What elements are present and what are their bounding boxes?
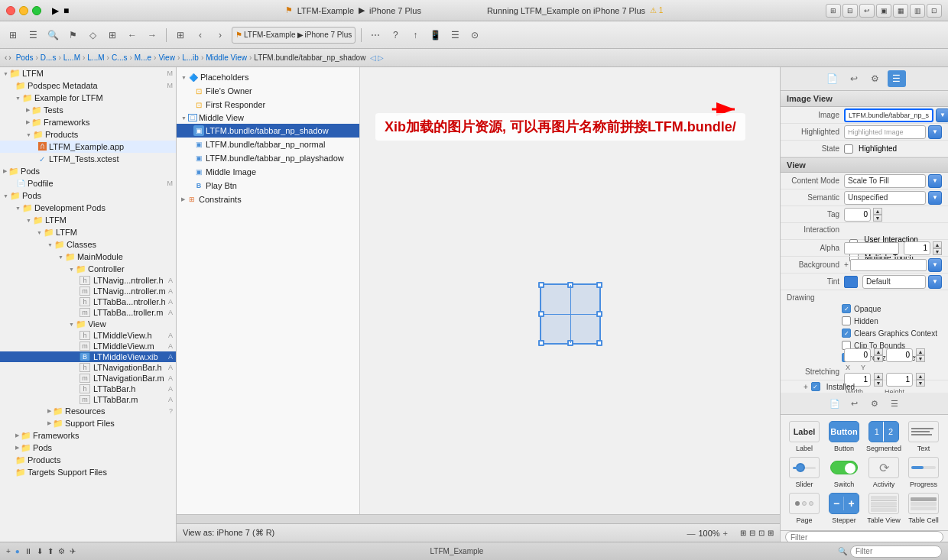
layout-btn-3[interactable]: ↩ <box>859 4 875 18</box>
resize-handle-t[interactable] <box>567 282 573 288</box>
scrollbar-h[interactable] <box>177 514 780 523</box>
canvas-element[interactable] <box>540 283 601 345</box>
bc-lib[interactable]: L...ib <box>182 53 199 62</box>
bc-pods[interactable]: Pods <box>16 53 34 62</box>
xib-item-middle-image[interactable]: ▣ Middle Image <box>177 165 359 179</box>
resize-handle-bl[interactable] <box>538 340 544 346</box>
sx-down[interactable]: ▼ <box>874 355 883 362</box>
tool-folders[interactable]: ⊞ <box>5 27 21 44</box>
obj-text[interactable]: Text <box>906 421 941 452</box>
layout-btn-7[interactable]: ⊡ <box>927 4 942 18</box>
sy-up[interactable]: ▲ <box>916 348 925 355</box>
sidebar-item-ltmid-m[interactable]: m LTMiddleView.m A <box>0 341 176 351</box>
obj-tableviewcell[interactable]: Table Cell <box>906 493 941 524</box>
obj-tab-arrow[interactable]: ↩ <box>846 396 863 411</box>
insp-semantic-dropdown[interactable]: ▼ <box>928 191 942 205</box>
insp-image-field[interactable]: LTFM.bundle/tabbar_np_s <box>844 108 933 122</box>
tool-share[interactable]: ↑ <box>407 27 424 44</box>
tool-nav-next[interactable]: › <box>212 27 229 44</box>
sidebar-item-fw2[interactable]: ▶ 📁 Frameworks <box>0 429 176 442</box>
sidebar-item-products2[interactable]: 📁 Products <box>0 454 176 466</box>
sidebar-item-ltnav-m[interactable]: m LTNavig...ntroller.m A <box>0 286 176 296</box>
stop-button[interactable]: ■ <box>63 5 69 16</box>
layout-btn-6[interactable]: ▥ <box>910 4 925 18</box>
tool-inspector[interactable]: ☰ <box>446 27 463 44</box>
layout-btn-2[interactable]: ⊟ <box>842 4 858 18</box>
maximize-button[interactable] <box>32 6 41 15</box>
obj-progress[interactable]: Progress <box>906 457 941 488</box>
insp-contentmode-field[interactable]: Scale To Fill <box>844 174 926 188</box>
status-btn-gear[interactable]: ⚙ <box>58 547 65 555</box>
sidebar-item-ltnav-bar-m[interactable]: m LTNavigationBar.m A <box>0 373 176 384</box>
insp-alpha-field[interactable]: 1 <box>904 241 930 255</box>
obj-activity[interactable]: ⟳ Activity <box>866 457 901 488</box>
canvas-btn-3[interactable]: ⊡ <box>758 529 765 537</box>
tool-grid[interactable]: ⊞ <box>104 27 121 44</box>
insp-tag-field[interactable]: 0 <box>844 208 871 222</box>
bc-me[interactable]: M...e <box>135 53 151 62</box>
close-button[interactable] <box>6 6 15 15</box>
status-btn-add[interactable]: + <box>6 547 11 555</box>
sidebar-item-podfile[interactable]: 📄 Podfile M <box>0 177 176 189</box>
sidebar-item-ltfm-app[interactable]: 🅰 LTFM_Example.app <box>0 141 176 153</box>
sidebar-item-tests[interactable]: ▶ 📁 Tests <box>0 104 176 116</box>
xib-item-ltfm-normal[interactable]: ▣ LTFM.bundle/tabbar_np_normal <box>177 138 359 151</box>
sidebar-item-pods3[interactable]: ▶ 📁 Pods <box>0 442 176 454</box>
sidebar-item-ltmid-h[interactable]: h LTMiddleView.h A <box>0 330 176 341</box>
resize-handle-tl[interactable] <box>538 282 544 288</box>
insp-semantic-field[interactable]: Unspecified <box>844 191 926 205</box>
tag-step-down[interactable]: ▼ <box>873 215 882 222</box>
layout-btn-4[interactable]: ▣ <box>876 4 891 18</box>
obj-tableview[interactable]: Table View <box>866 493 901 524</box>
insp-hidden-checkbox[interactable] <box>842 316 851 325</box>
tool-list[interactable]: ☰ <box>24 27 41 44</box>
bc-lm2[interactable]: L...M <box>87 53 104 62</box>
tool-back[interactable]: ← <box>124 27 141 44</box>
alpha-up[interactable]: ▲ <box>933 241 942 248</box>
canvas-btn-4[interactable]: ⊞ <box>768 529 774 537</box>
insp-installed-plus[interactable]: + <box>804 383 808 391</box>
stretch-x-stepper[interactable]: ▲ ▼ <box>874 348 883 362</box>
tool-device-icon[interactable]: 📱 <box>427 27 443 44</box>
bc-prev[interactable]: ‹ <box>5 53 7 62</box>
insp-tab-arrow[interactable]: ↩ <box>845 70 863 87</box>
insp-image-dropdown[interactable]: ▼ <box>936 108 948 122</box>
sidebar-item-products[interactable]: ▼ 📁 Products <box>0 128 176 141</box>
obj-slider[interactable]: Slider <box>787 457 822 488</box>
obj-label[interactable]: Label Label <box>787 421 822 452</box>
xib-item-ltfm-play[interactable]: ▣ LTFM.bundle/tabbar_np_playshadow <box>177 151 359 165</box>
obj-page[interactable]: Page <box>787 493 822 524</box>
insp-highlighted-field[interactable]: Highlighted Image <box>844 125 926 139</box>
xib-item-constraints[interactable]: ▶ ⊞ Constraints <box>177 193 359 206</box>
obj-segmented[interactable]: 12 Segmented <box>866 421 901 452</box>
sidebar-item-targets-support[interactable]: 📁 Targets Support Files <box>0 466 176 478</box>
tool-dots[interactable]: ⋯ <box>367 27 384 44</box>
tool-search[interactable]: 🔍 <box>44 27 61 44</box>
insp-tab-gear[interactable]: ⚙ <box>866 70 885 87</box>
insp-clearsgraphics-checkbox[interactable]: ✓ <box>842 329 851 338</box>
tool-diamond[interactable]: ◇ <box>84 27 101 44</box>
obj-switch[interactable]: Switch <box>826 457 862 488</box>
sidebar-item-ltnav-h[interactable]: h LTNavig...ntroller.h A <box>0 275 176 286</box>
resize-handle-tr[interactable] <box>596 282 602 288</box>
status-btn-up[interactable]: ⬆ <box>47 547 54 555</box>
sx-up[interactable]: ▲ <box>874 348 883 355</box>
sidebar-item-ltnav-bar-h[interactable]: h LTNavigationBar.h A <box>0 362 176 373</box>
bc-view[interactable]: View <box>158 53 175 62</box>
sidebar-item-pods1[interactable]: ▶ 📁 Pods <box>0 165 176 177</box>
canvas-btn-2[interactable]: ⊟ <box>749 529 755 537</box>
layout-btn-5[interactable]: ▦ <box>893 4 908 18</box>
bc-flag1[interactable]: ◁ <box>370 53 376 62</box>
status-btn-pause[interactable]: ⏸ <box>24 547 32 555</box>
sidebar-item-devpods[interactable]: ▼ 📁 Development Pods <box>0 202 176 214</box>
sidebar-item-example[interactable]: ▼ 📁 Example for LTFM <box>0 92 176 104</box>
tool-question[interactable]: ? <box>387 27 404 44</box>
sidebar-item-lttabba-h[interactable]: h LTTabBa...ntroller.h A <box>0 296 176 307</box>
run-button[interactable]: ▶ <box>52 5 59 16</box>
sidebar-item-lttab-h[interactable]: h LTTabBar.h A <box>0 384 176 394</box>
minimize-button[interactable] <box>19 6 28 15</box>
tag-step-up[interactable]: ▲ <box>873 208 882 215</box>
zoom-out-btn[interactable]: — <box>687 529 695 538</box>
xib-item-ltfm-shadow[interactable]: ▣ LTFM.bundle/tabbar_np_shadow <box>177 124 359 138</box>
bc-lm1[interactable]: L...M <box>63 53 80 62</box>
